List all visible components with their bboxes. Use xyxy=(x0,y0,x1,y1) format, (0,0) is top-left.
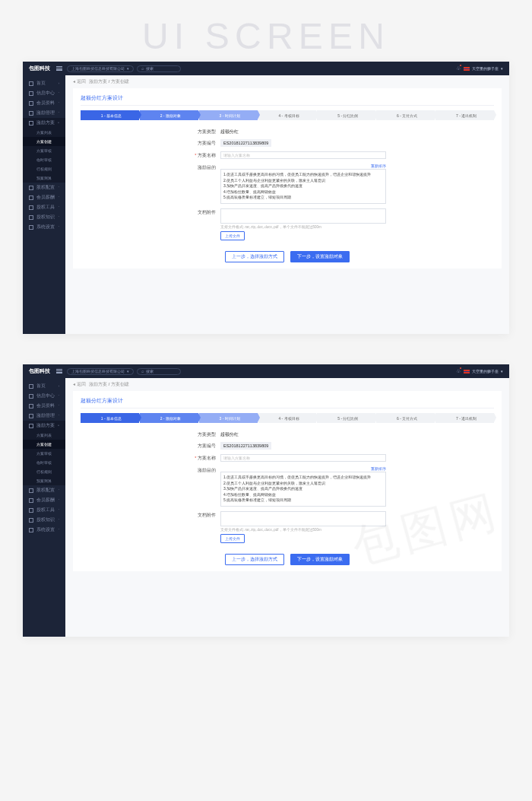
breadcrumb: ◂ 返回 激励方案 / 方案创建 xyxy=(65,75,509,88)
sidebar-item-equity[interactable]: 股权配置ˇ xyxy=(23,485,65,495)
sidebar-item-salary[interactable]: 会员薪酬ˇ xyxy=(23,192,65,202)
menu-icon[interactable] xyxy=(56,369,62,373)
sidebar-item-member[interactable]: 会员资料ˇ xyxy=(23,98,65,108)
step-7[interactable]: 7 - 退出机制 xyxy=(435,110,494,120)
sub-rule[interactable]: 行权规则 xyxy=(23,467,65,476)
file-label: 文档附件 xyxy=(188,208,220,215)
reorder-link[interactable]: 重新排序 xyxy=(371,164,386,168)
sidebar-item-know[interactable]: 授权知识ˇ xyxy=(23,515,65,525)
sidebar-item-manage[interactable]: 激励管理ˇ xyxy=(23,411,65,421)
brand-logo: 包图科技 xyxy=(29,367,50,375)
sidebar-item-manage[interactable]: 激励管理ˇ xyxy=(23,108,65,118)
breadcrumb: ◂ 返回 激励方案 / 方案创建 xyxy=(65,378,509,391)
sub-review[interactable]: 方案审核 xyxy=(23,146,65,155)
step-4[interactable]: 4 - 考核目标 xyxy=(258,110,317,120)
sub-calc[interactable]: 预案测算 xyxy=(23,173,65,183)
code-label: 方案编号 xyxy=(188,442,220,449)
sidebar-item-info[interactable]: 信息中心ˇ xyxy=(23,391,65,401)
sidebar-item-setting[interactable]: 系统设置ˇ xyxy=(23,222,65,232)
goals-textarea[interactable]: 1.促进工具或手册换更高目标的习惯，促使员工能力的快速提升，增进企业和谐快速提升… xyxy=(220,472,386,507)
user-menu[interactable]: 天空里的狮子座 xyxy=(472,66,503,71)
sidebar-item-member[interactable]: 会员资料ˇ xyxy=(23,401,65,411)
sidebar-item-info[interactable]: 信息中心ˇ xyxy=(23,88,65,98)
file-label: 文档附件 xyxy=(188,511,220,518)
name-label: 方案名称 xyxy=(188,454,220,461)
sub-rule[interactable]: 行权规则 xyxy=(23,164,65,173)
step-3[interactable]: 3 - 时间计划 xyxy=(199,110,258,120)
sidebar-item-home[interactable]: 首页› xyxy=(23,78,65,88)
step-2[interactable]: 2 - 激励对象 xyxy=(140,413,198,423)
sub-list[interactable]: 方案列表 xyxy=(23,128,65,137)
sidebar-item-equity[interactable]: 股权配置ˇ xyxy=(23,183,65,192)
sub-review[interactable]: 方案审核 xyxy=(23,449,65,458)
sub-list[interactable]: 方案列表 xyxy=(23,431,65,440)
sidebar: 首页› 信息中心ˇ 会员资料ˇ 激励管理ˇ 激励方案^ 方案列表 方案创建 方案… xyxy=(23,378,65,637)
company-select[interactable]: 上海包图科技信息科技有限公司 xyxy=(67,65,134,72)
step-6[interactable]: 6 - 支付方式 xyxy=(376,413,435,423)
sub-calc[interactable]: 预案测算 xyxy=(23,476,65,485)
sub-temp[interactable]: 临时审核 xyxy=(23,155,65,164)
goal-label: 激励目的 xyxy=(188,164,220,170)
step-1[interactable]: 1 - 基本信息 xyxy=(81,413,139,423)
code-value: ES20181227113839809 xyxy=(220,442,271,450)
name-input[interactable]: 请输入方案名称 xyxy=(220,454,386,462)
search-input[interactable]: 搜索 xyxy=(137,65,181,72)
page-title: 超额分红方案设计 xyxy=(81,397,494,408)
upload-button[interactable]: 上传文件 xyxy=(220,231,245,240)
user-menu[interactable]: 天空里的狮子座 xyxy=(472,369,503,373)
screenshot-window: 包图科技 上海包图科技信息科技有限公司 搜索 ♧ 天空里的狮子座 首页› 信息中… xyxy=(23,364,509,637)
type-value: 超额分红 xyxy=(220,128,386,135)
step-5[interactable]: 5 - 分红比例 xyxy=(317,413,375,423)
file-dropzone[interactable] xyxy=(220,208,386,224)
step-5[interactable]: 5 - 分红比例 xyxy=(317,110,375,120)
main-content: ◂ 返回 激励方案 / 方案创建 超额分红方案设计 1 - 基本信息 2 - 激… xyxy=(65,378,509,637)
sidebar-item-salary[interactable]: 会员薪酬ˇ xyxy=(23,495,65,505)
step-2[interactable]: 2 - 激励对象 xyxy=(140,110,198,120)
sub-create[interactable]: 方案创建 xyxy=(23,440,65,449)
type-label: 方案类型 xyxy=(188,431,220,437)
step-6[interactable]: 6 - 支付方式 xyxy=(376,110,435,120)
upload-button[interactable]: 上传文件 xyxy=(220,534,245,543)
step-bar: 1 - 基本信息 2 - 激励对象 3 - 时间计划 4 - 考核目标 5 - … xyxy=(81,413,494,423)
back-link[interactable]: ◂ 返回 xyxy=(73,79,86,84)
prev-button[interactable]: 上一步，选择激励方式 xyxy=(225,251,284,262)
search-input[interactable]: 搜索 xyxy=(137,368,181,375)
sidebar-item-tool[interactable]: 授权工具ˇ xyxy=(23,505,65,515)
header-bar: 包图科技 上海包图科技信息科技有限公司 搜索 ♧ 天空里的狮子座 xyxy=(23,62,509,75)
prev-button[interactable]: 上一步，选择激励方式 xyxy=(225,554,284,565)
sidebar-item-setting[interactable]: 系统设置ˇ xyxy=(23,525,65,535)
step-7[interactable]: 7 - 退出机制 xyxy=(435,413,494,423)
sidebar-item-plan[interactable]: 激励方案^ xyxy=(23,421,65,431)
header-bar: 包图科技 上海包图科技信息科技有限公司 搜索 ♧ 天空里的狮子座 xyxy=(23,364,509,378)
next-button[interactable]: 下一步，设置激励对象 xyxy=(290,251,350,262)
sidebar-item-know[interactable]: 授权知识ˇ xyxy=(23,212,65,222)
step-4[interactable]: 4 - 考核目标 xyxy=(258,413,317,423)
sub-create[interactable]: 方案创建 xyxy=(23,137,65,146)
sidebar-item-plan[interactable]: 激励方案^ xyxy=(23,118,65,128)
step-1[interactable]: 1 - 基本信息 xyxy=(81,110,139,120)
goals-textarea[interactable]: 1.促进工具或手册换更高目标的习惯，促使员工能力的快速提升，增进企业和谐快速提升… xyxy=(220,169,386,204)
type-label: 方案类型 xyxy=(188,128,220,135)
company-select[interactable]: 上海包图科技信息科技有限公司 xyxy=(67,368,134,375)
goal-label: 激励目的 xyxy=(188,466,220,473)
flag-icon xyxy=(464,67,470,71)
bell-icon[interactable]: ♧ xyxy=(456,65,461,72)
step-3[interactable]: 3 - 时间计划 xyxy=(199,413,258,423)
code-value: ES20181227113839809 xyxy=(220,139,271,147)
bell-icon[interactable]: ♧ xyxy=(456,368,461,374)
type-value: 超额分红 xyxy=(220,431,386,437)
back-link[interactable]: ◂ 返回 xyxy=(73,382,86,386)
screenshot-window: 包图科技 上海包图科技信息科技有限公司 搜索 ♧ 天空里的狮子座 首页› 信息中… xyxy=(23,62,509,334)
sidebar-item-tool[interactable]: 授权工具ˇ xyxy=(23,202,65,212)
sidebar-item-home[interactable]: 首页› xyxy=(23,381,65,391)
reorder-link[interactable]: 重新排序 xyxy=(371,466,386,471)
file-dropzone[interactable] xyxy=(220,511,386,526)
sub-temp[interactable]: 临时审核 xyxy=(23,458,65,467)
flag-icon xyxy=(464,370,470,373)
next-button[interactable]: 下一步，设置激励对象 xyxy=(290,554,350,565)
menu-icon[interactable] xyxy=(56,66,62,71)
sidebar-submenu: 方案列表 方案创建 方案审核 临时审核 行权规则 预案测算 xyxy=(23,128,65,183)
code-label: 方案编号 xyxy=(188,139,220,146)
file-hint: 支持文件格式:.rar,.zip,.doc,.docx,.pdf，单个文件不能超… xyxy=(220,528,386,532)
name-input[interactable]: 请输入方案名称 xyxy=(220,151,386,159)
